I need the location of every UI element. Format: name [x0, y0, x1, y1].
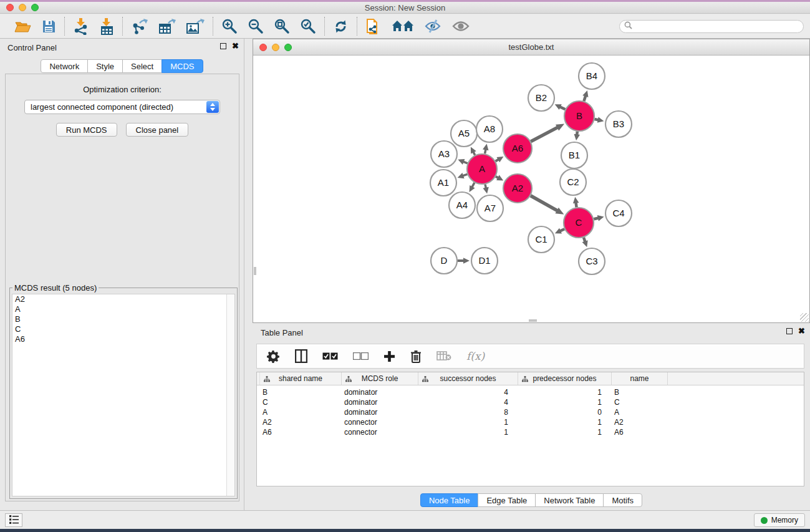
graph-edge-A-A8[interactable]: [485, 149, 486, 153]
table-tab-edge-table[interactable]: Edge Table: [478, 493, 536, 507]
export-image-button[interactable]: [186, 18, 205, 34]
export-table-button[interactable]: [158, 18, 176, 34]
table-options-button[interactable]: [267, 350, 280, 363]
table-cell[interactable]: 1: [418, 418, 518, 427]
add-column-button[interactable]: [383, 351, 395, 362]
horizontal-scroll-indicator[interactable]: [529, 319, 537, 322]
select-all-columns-button[interactable]: [322, 352, 338, 360]
table-row[interactable]: Cdominator41C: [257, 397, 804, 407]
table-cell[interactable]: 0: [518, 408, 612, 417]
unselect-all-columns-button[interactable]: [353, 352, 369, 360]
network-canvas[interactable]: AA1A3A5A8A4A7A6A2BB1B2B3B4CC1C2C3C4DD1: [254, 56, 809, 322]
result-item[interactable]: A: [12, 304, 234, 314]
import-network-button[interactable]: [73, 18, 89, 35]
table-cell[interactable]: A6: [260, 428, 342, 437]
vertical-scroll-indicator[interactable]: [254, 267, 256, 275]
table-cell[interactable]: 4: [418, 398, 518, 407]
table-cell[interactable]: C: [612, 398, 668, 407]
table-cell[interactable]: 1: [518, 398, 612, 407]
graph-edge-C-C3[interactable]: [584, 238, 585, 242]
table-cell[interactable]: 4: [418, 388, 518, 397]
graph-edge-A-A4[interactable]: [472, 183, 475, 187]
table-row[interactable]: A2connector11A2: [257, 417, 804, 427]
column-header-shared-name[interactable]: shared name: [260, 372, 342, 385]
search-input[interactable]: [635, 22, 799, 31]
run-mcds-button[interactable]: Run MCDS: [56, 123, 117, 137]
minimize-window-button[interactable]: [19, 4, 26, 11]
zoom-in-button[interactable]: [221, 18, 238, 34]
graph-edge-C-C2[interactable]: [576, 203, 577, 208]
resize-grip[interactable]: [800, 313, 809, 322]
zoom-selected-button[interactable]: [300, 18, 316, 34]
zoom-fit-button[interactable]: [274, 18, 290, 34]
graph-edge-B-B2[interactable]: [560, 107, 566, 109]
column-header-predecessor-nodes[interactable]: predecessor nodes: [518, 372, 612, 385]
result-item[interactable]: B: [12, 314, 234, 324]
hide-graphics-details-button[interactable]: [424, 19, 441, 34]
table-cell[interactable]: dominator: [342, 398, 418, 407]
refresh-button[interactable]: [333, 19, 349, 34]
table-row[interactable]: Bdominator41B: [257, 387, 804, 397]
graph-edge-B-B4[interactable]: [584, 95, 586, 101]
memory-button[interactable]: Memory: [754, 513, 805, 527]
table-cell[interactable]: B: [260, 388, 342, 397]
column-header-successor-nodes[interactable]: successor nodes: [418, 372, 518, 385]
table-cell[interactable]: A: [260, 408, 342, 417]
graph-edge-A2-C[interactable]: [531, 196, 557, 211]
network-minimize-button[interactable]: [272, 44, 279, 51]
graph-edge-A-A1[interactable]: [463, 174, 467, 176]
graph-edge-A6-B[interactable]: [531, 127, 557, 142]
table-cell[interactable]: C: [260, 398, 342, 407]
save-session-button[interactable]: [41, 19, 56, 34]
search-field[interactable]: [619, 20, 804, 33]
result-item[interactable]: A6: [12, 334, 234, 344]
column-header-MCDS-role[interactable]: MCDS role: [342, 372, 418, 385]
table-cell[interactable]: A2: [612, 418, 668, 427]
network-zoom-button[interactable]: [284, 44, 292, 51]
table-cell[interactable]: B: [612, 388, 668, 397]
close-window-button[interactable]: [6, 4, 14, 11]
import-table-button[interactable]: [99, 18, 114, 35]
tab-network[interactable]: Network: [41, 59, 88, 73]
table-tab-network-table[interactable]: Network Table: [535, 493, 604, 507]
zoom-out-button[interactable]: [248, 18, 264, 34]
table-cell[interactable]: dominator: [342, 388, 418, 397]
close-panel-icon[interactable]: ✖: [232, 43, 239, 49]
table-cell[interactable]: 1: [518, 418, 612, 427]
open-session-button[interactable]: [14, 19, 31, 34]
table-cell[interactable]: dominator: [342, 408, 418, 417]
mcds-result-list[interactable]: A2ABCA6: [12, 294, 235, 496]
table-cell[interactable]: 1: [518, 428, 612, 437]
table-cell[interactable]: connector: [342, 428, 418, 437]
new-network-from-selection-button[interactable]: [365, 17, 382, 36]
close-table-panel-icon[interactable]: ✖: [798, 328, 805, 334]
tab-select[interactable]: Select: [122, 59, 162, 73]
show-graphics-details-button[interactable]: [451, 19, 470, 33]
table-tab-motifs[interactable]: Motifs: [603, 493, 642, 507]
show-all-networks-button[interactable]: [392, 19, 414, 33]
close-panel-button[interactable]: Close panel: [126, 123, 189, 137]
delete-table-button[interactable]: [436, 351, 451, 361]
result-scrollbar[interactable]: [226, 294, 234, 496]
table-row[interactable]: A6connector11A6: [257, 427, 804, 437]
table-cell[interactable]: A2: [260, 418, 342, 427]
table-cell[interactable]: 8: [418, 408, 518, 417]
graph-edge-A-A3[interactable]: [463, 162, 468, 163]
table-cell[interactable]: 1: [518, 388, 612, 397]
zoom-window-button[interactable]: [31, 4, 39, 11]
result-item[interactable]: C: [12, 324, 234, 334]
table-cell[interactable]: connector: [342, 418, 418, 427]
task-history-button[interactable]: [5, 513, 22, 527]
table-tab-node-table[interactable]: Node Table: [420, 493, 479, 507]
table-cell[interactable]: 1: [418, 428, 518, 437]
tab-style[interactable]: Style: [87, 59, 123, 73]
criterion-dropdown[interactable]: largest connected component (directed): [24, 100, 220, 114]
function-builder-button[interactable]: f(x): [466, 350, 485, 362]
graph-edge-C-C1[interactable]: [560, 229, 564, 231]
float-panel-icon[interactable]: [220, 43, 226, 49]
delete-columns-button[interactable]: [410, 350, 422, 363]
column-header-name[interactable]: name: [612, 372, 668, 385]
tab-mcds[interactable]: MCDS: [162, 59, 203, 73]
table-row[interactable]: Adominator80A: [257, 407, 804, 417]
network-close-button[interactable]: [259, 44, 267, 51]
